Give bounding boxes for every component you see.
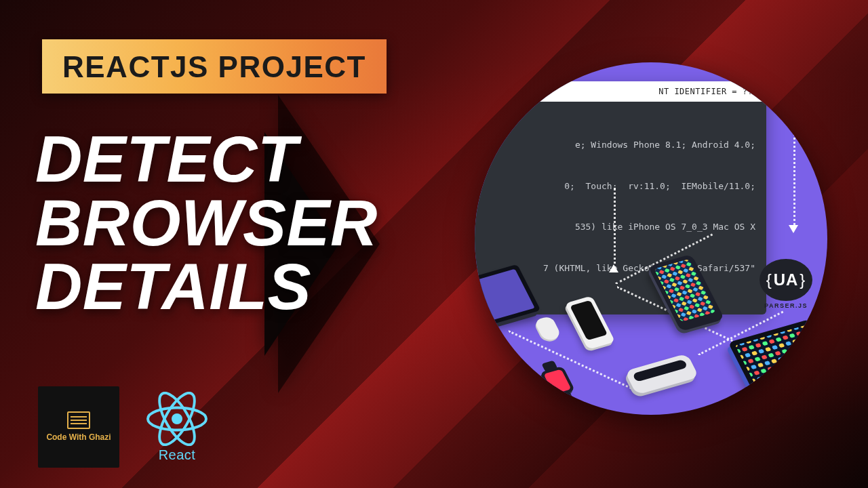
svg-point-0 — [172, 413, 182, 424]
dotted-line — [614, 188, 616, 269]
channel-logo-label: Code With Ghazi — [46, 433, 111, 443]
ua-parser-badge: {UA} PARSER.JS — [757, 259, 815, 309]
category-badge: REACTJS PROJECT — [42, 39, 387, 94]
illustration-circle: NT IDENTIFIER = ??? e; Windows Phone 8.1… — [475, 62, 827, 415]
terminal-line: 535) like iPhone OS 7_0_3 Mac OS X — [486, 220, 755, 234]
ua-parser-sub: PARSER.JS — [757, 302, 815, 309]
headline: DETECT BROWSER DETAILS — [35, 127, 378, 319]
terminal-line: 0; Touch; rv:11.0; IEMobile/11.0; — [486, 180, 755, 193]
category-badge-label: REACTJS PROJECT — [62, 50, 366, 84]
logo-row: Code With Ghazi React — [38, 386, 208, 468]
mouse-device-icon — [534, 316, 562, 342]
headline-line-2: BROWSER — [35, 191, 378, 255]
react-logo: React — [146, 392, 208, 463]
channel-logo: Code With Ghazi — [38, 386, 119, 468]
channel-logo-icon — [67, 411, 90, 429]
vr-headset-device-icon — [625, 353, 699, 394]
terminal-line: 7 (KHTML, like Gecko) Mobile Safari/537" — [486, 262, 755, 275]
headline-line-1: DETECT — [35, 127, 378, 191]
arrowhead-up-icon — [609, 264, 618, 272]
arrowhead-down-icon — [789, 225, 798, 233]
headline-line-3: DETAILS — [35, 255, 378, 319]
react-icon — [146, 392, 208, 446]
react-logo-label: React — [159, 447, 196, 463]
terminal-line: e; Windows Phone 8.1; Android 4.0; — [486, 138, 755, 152]
